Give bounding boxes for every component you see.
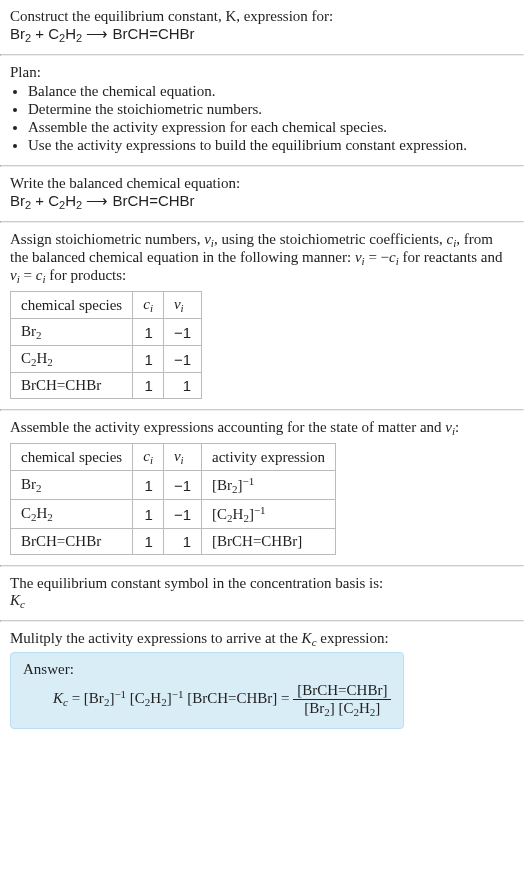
activity-block: Assemble the activity expressions accoun…: [0, 411, 524, 565]
table-row: C2H2 1 −1 [C2H2]−1: [11, 500, 336, 529]
col-ci: ci: [133, 292, 164, 319]
cell-species: Br2: [11, 471, 133, 500]
balanced-equation: Br2 + C2H2 ⟶ BrCH=CHBr: [10, 192, 514, 211]
cell-vi: −1: [163, 500, 201, 529]
col-activity: activity expression: [202, 444, 336, 471]
cell-activity: [C2H2]−1: [202, 500, 336, 529]
balanced-block: Write the balanced chemical equation: Br…: [0, 167, 524, 221]
intro-block: Construct the equilibrium constant, K, e…: [0, 0, 524, 54]
cell-ci: 1: [133, 346, 164, 373]
activity-intro: Assemble the activity expressions accoun…: [10, 419, 514, 437]
balanced-heading: Write the balanced chemical equation:: [10, 175, 514, 192]
col-vi: νi: [163, 444, 201, 471]
table-row: Br2 1 −1 [Br2]−1: [11, 471, 336, 500]
symbol-value: Kc: [10, 592, 514, 610]
table-row: BrCH=CHBr 1 1: [11, 373, 202, 399]
cell-vi: −1: [163, 471, 201, 500]
cell-ci: 1: [133, 500, 164, 529]
cell-ci: 1: [133, 373, 164, 399]
col-ci: ci: [133, 444, 164, 471]
plan-block: Plan: Balance the chemical equation. Det…: [0, 56, 524, 165]
cell-ci: 1: [133, 471, 164, 500]
cell-species: BrCH=CHBr: [11, 373, 133, 399]
answer-fraction: [BrCH=CHBr] [Br2] [C2H2]: [293, 682, 391, 718]
cell-vi: −1: [163, 346, 201, 373]
plan-item: Assemble the activity expression for eac…: [28, 119, 514, 136]
cell-activity: [BrCH=CHBr]: [202, 529, 336, 555]
answer-expression: Kc = [Br2]−1 [C2H2]−1 [BrCH=CHBr] = [BrC…: [23, 682, 391, 718]
plan-heading: Plan:: [10, 64, 514, 81]
intro-line: Construct the equilibrium constant, K, e…: [10, 8, 514, 25]
answer-lhs: Kc = [Br2]−1 [C2H2]−1 [BrCH=CHBr] =: [53, 690, 293, 706]
cell-species: Br2: [11, 319, 133, 346]
stoich-intro: Assign stoichiometric numbers, νi, using…: [10, 231, 514, 285]
stoich-block: Assign stoichiometric numbers, νi, using…: [0, 223, 524, 409]
cell-vi: −1: [163, 319, 201, 346]
answer-box: Answer: Kc = [Br2]−1 [C2H2]−1 [BrCH=CHBr…: [10, 652, 404, 729]
activity-table: chemical species ci νi activity expressi…: [10, 443, 336, 555]
col-species: chemical species: [11, 444, 133, 471]
plan-item: Balance the chemical equation.: [28, 83, 514, 100]
multiply-block: Mulitply the activity expressions to arr…: [0, 622, 524, 739]
fraction-denominator: [Br2] [C2H2]: [293, 700, 391, 718]
col-vi: νi: [163, 292, 201, 319]
plan-list: Balance the chemical equation. Determine…: [10, 83, 514, 154]
fraction-numerator: [BrCH=CHBr]: [293, 682, 391, 700]
plan-item: Use the activity expressions to build th…: [28, 137, 514, 154]
symbol-line: The equilibrium constant symbol in the c…: [10, 575, 514, 592]
multiply-line: Mulitply the activity expressions to arr…: [10, 630, 514, 648]
table-row: C2H2 1 −1: [11, 346, 202, 373]
cell-vi: 1: [163, 373, 201, 399]
table-row: Br2 1 −1: [11, 319, 202, 346]
table-header-row: chemical species ci νi activity expressi…: [11, 444, 336, 471]
cell-species: C2H2: [11, 500, 133, 529]
cell-species: C2H2: [11, 346, 133, 373]
cell-species: BrCH=CHBr: [11, 529, 133, 555]
answer-label: Answer:: [23, 661, 391, 678]
stoich-table: chemical species ci νi Br2 1 −1 C2H2 1 −…: [10, 291, 202, 399]
table-row: BrCH=CHBr 1 1 [BrCH=CHBr]: [11, 529, 336, 555]
cell-activity: [Br2]−1: [202, 471, 336, 500]
cell-ci: 1: [133, 529, 164, 555]
cell-ci: 1: [133, 319, 164, 346]
cell-vi: 1: [163, 529, 201, 555]
plan-item: Determine the stoichiometric numbers.: [28, 101, 514, 118]
table-header-row: chemical species ci νi: [11, 292, 202, 319]
intro-equation: Br2 + C2H2 ⟶ BrCH=CHBr: [10, 25, 514, 44]
symbol-block: The equilibrium constant symbol in the c…: [0, 567, 524, 620]
col-species: chemical species: [11, 292, 133, 319]
